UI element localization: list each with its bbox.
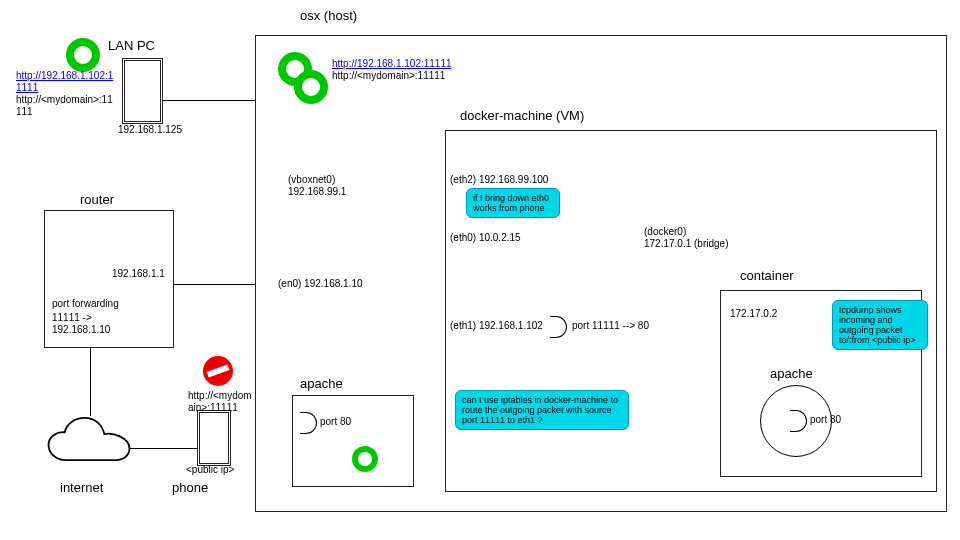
lanpc-link2: http://<mydomain>:11111: [16, 94, 116, 118]
apache-host-box: [292, 395, 414, 487]
vm-eth2: (eth2) 192.168.99.100: [450, 174, 548, 186]
lanpc-device-icon: [122, 58, 163, 124]
internet-cloud-icon: [44, 414, 134, 474]
line-router-internet: [90, 346, 91, 416]
line-lanpc-host: [159, 100, 255, 101]
vm-title: docker-machine (VM): [460, 108, 584, 123]
vm-eth1: (eth1) 192.168.1.102: [450, 320, 543, 332]
vm-eth0: (eth0) 10.0.2.15: [450, 232, 521, 244]
lanpc-link1[interactable]: http://192.168.1.102:11111: [16, 70, 116, 94]
line-internet-phone: [130, 448, 198, 449]
phone-device-icon: [197, 410, 231, 466]
success-icon: [66, 38, 100, 72]
apache-host-port: port 80: [320, 416, 351, 428]
callout-eth0-note: if I bring down eth0 works from phone: [466, 188, 560, 218]
success-icon: [352, 446, 378, 472]
host-link1[interactable]: http://192.168.1.102:11111: [332, 58, 452, 70]
lanpc-ip: 192.168.1.125: [118, 124, 182, 136]
lanpc-title: LAN PC: [108, 38, 155, 53]
success-icon: [294, 70, 328, 104]
phone-title: phone: [172, 480, 208, 495]
host-vboxnet: (vboxnet0) 192.168.99.1: [288, 174, 378, 198]
callout-tcpdump: tcpdump shows incoming and outgoing pack…: [832, 300, 928, 350]
vm-portmap: port 11111 --> 80: [572, 320, 649, 332]
router-fwd-title: port forwarding: [52, 298, 119, 310]
router-fwd-rule: 11111 -> 192.168.1.10: [52, 312, 132, 336]
apache-host-title: apache: [300, 376, 343, 391]
callout-iptables: can I use iptables in docker-machine to …: [455, 390, 629, 430]
apache-container-title: apache: [770, 366, 813, 381]
phone-ip: <public ip>: [186, 464, 234, 476]
vm-docker0: (docker0) 172.17.0.1 (bridge): [644, 226, 732, 250]
blocked-icon: [203, 356, 233, 386]
phone-link: http://<mydomain>:11111: [188, 390, 254, 414]
host-link2: http://<mydomain>:11111: [332, 70, 445, 82]
host-en0: (en0) 192.168.1.10: [278, 278, 363, 290]
router-title: router: [80, 192, 114, 207]
internet-title: internet: [60, 480, 103, 495]
host-title: osx (host): [300, 8, 357, 23]
apache-container-port: port 80: [810, 414, 841, 426]
container-ip: 172.17.0.2: [730, 308, 777, 320]
container-title: container: [740, 268, 793, 283]
router-ip: 192.168.1.1: [112, 268, 162, 280]
